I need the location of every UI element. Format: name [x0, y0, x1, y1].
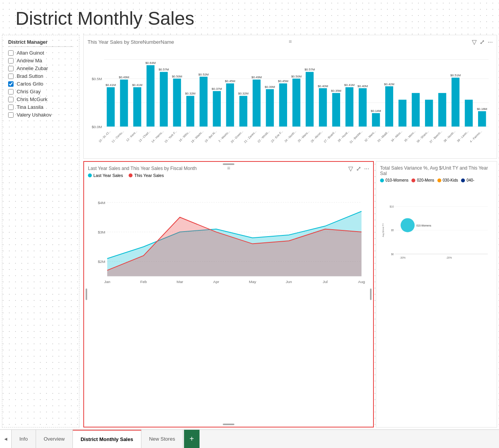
legend-dot-this-year [129, 173, 132, 177]
svg-rect-42 [266, 89, 274, 127]
scatter-dot-womens [380, 179, 384, 182]
slicer-item-label: Andrew Ma [17, 58, 42, 64]
svg-text:36 - Sharo...: 36 - Sharo... [416, 130, 429, 144]
svg-text:Jun: Jun [286, 280, 292, 284]
svg-text:28 - Huntl...: 28 - Huntl... [337, 130, 350, 143]
dashboard-body: District Manager Allan GuinotAndrew MaAn… [0, 33, 499, 429]
svg-text:$0.41M: $0.41M [344, 83, 355, 87]
svg-text:$0.49M: $0.49M [119, 76, 129, 79]
svg-text:$0.64M: $0.64M [145, 61, 156, 65]
svg-text:18 - Washi...: 18 - Washi... [190, 130, 204, 144]
svg-text:$0.0M: $0.0M [92, 125, 102, 129]
scatter-chart-svg: $0$5$10-30%-20%Avg $/Unit TY010-Womens [380, 184, 493, 281]
slicer-item[interactable]: Chris McGurk [8, 96, 73, 102]
svg-text:Feb: Feb [140, 280, 147, 284]
bar-chart-svg-area: $0.0M$0.5M$0.41M10 - St.-Cl...$0.49M11 -… [88, 47, 493, 148]
expand-icon[interactable]: ⤢ [480, 38, 485, 46]
slicer-item[interactable]: Carlos Grilo [8, 81, 73, 87]
svg-rect-60 [346, 87, 354, 127]
svg-text:$0.42M: $0.42M [384, 82, 394, 86]
scatter-legend-mens: 020-Mens [411, 178, 434, 182]
slicer-item[interactable]: Annelie Zubar [8, 65, 73, 71]
svg-text:$3M: $3M [98, 230, 105, 234]
scatter-chart-legend: 010-Womens 020-Mens 030-Kids 040- [380, 178, 493, 182]
scatter-label-kids: 030-Kids [443, 178, 458, 182]
svg-text:32 - Ment...: 32 - Ment... [364, 130, 377, 142]
tab-bar: ◀ InfoOverviewDistrict Monthly SalesNew … [0, 429, 499, 448]
svg-text:31 - Beckle...: 31 - Beckle... [349, 130, 363, 144]
svg-text:13 - Charl...: 13 - Charl... [138, 130, 151, 143]
svg-text:11 - Centu...: 11 - Centu... [111, 130, 124, 144]
svg-text:15 - York F...: 15 - York F... [164, 130, 178, 144]
svg-text:Aug: Aug [358, 280, 365, 284]
svg-text:Jul: Jul [323, 280, 328, 284]
svg-rect-78 [438, 93, 446, 127]
svg-text:10 - St.-Cl...: 10 - St.-Cl... [98, 130, 111, 143]
slicer-item[interactable]: Allan Guinot [8, 50, 73, 56]
slicer-item-label: Chris Gray [17, 89, 41, 94]
bar-chart-toolbar: ▽ ⤢ ··· [472, 38, 493, 46]
svg-text:12 - Kent...: 12 - Kent... [126, 130, 138, 142]
filter-icon[interactable]: ▽ [472, 38, 477, 46]
svg-text:16 - Wihc...: 16 - Wihc... [178, 130, 191, 142]
page-title: District Monthly Sales [0, 0, 499, 33]
svg-text:$0.32M: $0.32M [185, 92, 196, 95]
slicer-item-label: Tina Lassila [17, 104, 43, 110]
scatter-dot-mens [411, 179, 415, 182]
slicer-item[interactable]: Brad Sutton [8, 73, 73, 79]
svg-point-112 [401, 218, 415, 232]
line-more-icon[interactable]: ··· [364, 165, 369, 172]
svg-text:May: May [249, 280, 256, 284]
svg-text:-30%: -30% [400, 256, 406, 259]
svg-text:24 - North...: 24 - North... [284, 130, 297, 143]
slicer-item-label: Valery Ushakov [17, 112, 52, 118]
svg-text:Apr: Apr [213, 280, 219, 284]
svg-text:$0.57M: $0.57M [158, 68, 169, 71]
resize-right[interactable] [370, 288, 372, 300]
tab-item[interactable]: Info [12, 430, 36, 448]
svg-rect-83 [465, 100, 473, 127]
resize-bottom[interactable] [223, 424, 234, 425]
svg-rect-12 [133, 87, 141, 127]
svg-text:$5: $5 [391, 229, 394, 232]
legend-dot-last-year [88, 173, 92, 177]
slicer-item[interactable]: Tina Lassila [8, 104, 73, 110]
svg-text:33 - Middl...: 33 - Middl... [377, 130, 390, 143]
svg-text:20 - Green...: 20 - Green... [230, 130, 244, 144]
svg-rect-24 [186, 96, 194, 127]
tab-item[interactable]: Overview [36, 430, 73, 448]
svg-text:Avg $/Unit TY: Avg $/Unit TY [382, 223, 384, 237]
svg-text:2 - Weirto...: 2 - Weirto... [218, 130, 231, 143]
line-chart-drag-handle[interactable]: ≡ [227, 165, 230, 171]
svg-text:$0.35M: $0.35M [331, 89, 341, 93]
tab-prev-button[interactable]: ◀ [0, 430, 12, 448]
svg-rect-51 [306, 72, 314, 127]
resize-left[interactable] [86, 288, 87, 300]
svg-text:Jan: Jan [104, 280, 110, 284]
svg-text:010-Womens: 010-Womens [416, 224, 431, 227]
tabs-container: InfoOverviewDistrict Monthly SalesNew St… [12, 430, 183, 448]
svg-text:34 - Altoo...: 34 - Altoo... [390, 130, 403, 143]
legend-this-year: This Year Sales [129, 173, 163, 178]
slicer-item[interactable]: Andrew Ma [8, 58, 73, 64]
scatter-dot-kids [437, 179, 441, 182]
svg-text:4 - Fairmо...: 4 - Fairmо... [469, 130, 483, 143]
line-expand-icon[interactable]: ⤢ [356, 165, 361, 172]
tab-item[interactable]: New Stores [141, 430, 183, 448]
svg-rect-63 [359, 88, 367, 127]
svg-text:$4M: $4M [98, 201, 105, 205]
slicer-item-label: Allan Guinot [17, 50, 44, 56]
line-chart-toolbar: ▽ ⤢ ··· [348, 165, 369, 172]
tab-item[interactable]: District Monthly Sales [73, 430, 141, 448]
tab-add-button[interactable]: + [184, 430, 200, 448]
slicer-item[interactable]: Valery Ushakov [8, 112, 73, 118]
slicer-item-label: Chris McGurk [17, 96, 47, 102]
scatter-legend-kids: 030-Kids [437, 178, 458, 182]
scatter-legend-040: 040- [461, 178, 474, 182]
svg-text:$0.16M: $0.16M [477, 107, 487, 111]
bar-chart-drag-handle[interactable]: ≡ [289, 38, 292, 45]
line-filter-icon[interactable]: ▽ [348, 165, 353, 172]
more-icon[interactable]: ··· [488, 39, 493, 46]
slicer-item[interactable]: Chris Gray [8, 89, 73, 94]
slicer-panel: District Manager Allan GuinotAndrew MaAn… [2, 35, 79, 427]
